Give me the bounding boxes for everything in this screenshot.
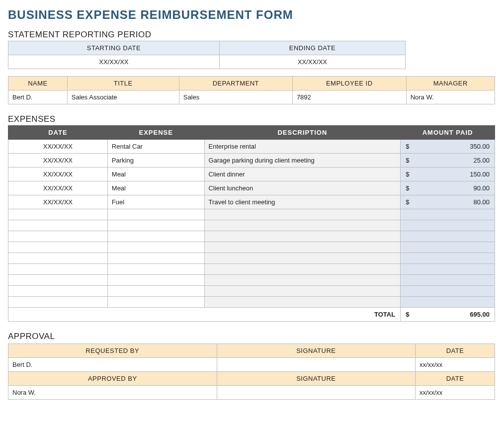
expense-name[interactable]: Meal	[107, 181, 204, 195]
expense-date[interactable]	[8, 253, 108, 264]
currency-symbol: $	[405, 198, 409, 206]
expense-date[interactable]: XX/XX/XX	[8, 168, 108, 181]
expense-amount-value: 90.00	[473, 184, 491, 192]
expense-name[interactable]	[107, 253, 204, 264]
expense-description[interactable]: Client luncheon	[204, 181, 401, 195]
expense-amount[interactable]	[401, 209, 495, 220]
expense-date[interactable]: XX/XX/XX	[8, 154, 108, 168]
expense-description[interactable]	[204, 264, 401, 275]
exp-date-header: DATE	[8, 126, 108, 140]
expense-description[interactable]	[204, 231, 401, 242]
expenses-heading: EXPENSES	[8, 114, 496, 124]
expense-date[interactable]	[8, 297, 108, 308]
approval-requested-signature-value[interactable]	[217, 358, 416, 372]
expense-name[interactable]: Rental Car	[107, 140, 204, 154]
expense-name[interactable]	[107, 220, 204, 231]
emp-name-value[interactable]: Bert D.	[8, 90, 68, 104]
exp-amount-header: AMOUNT PAID	[401, 126, 495, 140]
expense-row: XX/XX/XXMealClient dinner$150.00	[8, 168, 495, 181]
expense-description[interactable]: Travel to client meeting	[204, 195, 401, 209]
expense-name[interactable]: Fuel	[107, 195, 204, 209]
expense-amount[interactable]: $80.00	[401, 195, 495, 209]
approval-requested-by-value[interactable]: Bert D.	[8, 358, 217, 372]
expense-date[interactable]	[8, 264, 108, 275]
currency-symbol: $	[405, 157, 409, 164]
currency-symbol: $	[405, 171, 409, 178]
emp-manager-value[interactable]: Nora W.	[406, 90, 495, 104]
exp-expense-header: EXPENSE	[107, 126, 204, 140]
expense-date[interactable]	[8, 275, 108, 286]
expense-amount-value: 25.00	[473, 157, 491, 164]
currency-symbol: $	[405, 143, 409, 150]
currency-symbol: $	[405, 184, 409, 192]
currency-symbol: $	[405, 311, 409, 318]
expense-row	[8, 253, 495, 264]
expense-description[interactable]	[204, 253, 401, 264]
expenses-table: DATE EXPENSE DESCRIPTION AMOUNT PAID XX/…	[8, 125, 495, 322]
expense-amount[interactable]: $90.00	[401, 181, 495, 195]
expense-name[interactable]	[107, 209, 204, 220]
expense-description[interactable]: Enterprise rental	[204, 140, 401, 154]
approval-requested-by-header: REQUESTED BY	[8, 344, 217, 358]
expense-amount[interactable]	[401, 264, 495, 275]
approval-approved-signature-value[interactable]	[217, 386, 416, 400]
emp-id-header: EMPLOYEE ID	[292, 77, 406, 90]
expense-date[interactable]: XX/XX/XX	[8, 181, 108, 195]
expense-date[interactable]	[8, 242, 108, 253]
expense-amount[interactable]	[401, 220, 495, 231]
expense-amount[interactable]: $350.00	[401, 140, 495, 154]
approval-approved-by-value[interactable]: Nora W.	[8, 386, 217, 400]
period-start-header: STARTING DATE	[8, 41, 220, 55]
expense-name[interactable]	[107, 297, 204, 308]
emp-title-value[interactable]: Sales Associate	[67, 90, 179, 104]
expense-amount[interactable]	[401, 286, 495, 297]
period-heading: STATEMENT REPORTING PERIOD	[8, 30, 496, 40]
expense-name[interactable]	[107, 264, 204, 275]
expense-description[interactable]	[204, 242, 401, 253]
period-start-value[interactable]: XX/XX/XX	[8, 55, 220, 69]
expense-row	[8, 231, 495, 242]
expense-description[interactable]	[204, 297, 401, 308]
expense-name[interactable]: Parking	[107, 154, 204, 168]
approval-approved-by-header: APPROVED BY	[8, 372, 217, 386]
expense-date[interactable]	[8, 231, 108, 242]
expense-date[interactable]: XX/XX/XX	[8, 140, 108, 154]
expenses-total-amount: $ 695.00	[401, 308, 495, 322]
expense-description[interactable]	[204, 209, 401, 220]
expense-name[interactable]	[107, 286, 204, 297]
emp-department-value[interactable]: Sales	[179, 90, 292, 104]
expense-name[interactable]	[107, 231, 204, 242]
approval-requested-date-value[interactable]: xx/xx/xx	[416, 358, 495, 372]
expense-amount[interactable]	[401, 275, 495, 286]
expense-description[interactable]	[204, 220, 401, 231]
expense-description[interactable]	[204, 275, 401, 286]
expense-amount[interactable]	[401, 231, 495, 242]
expense-amount[interactable]: $150.00	[401, 168, 495, 181]
expense-row: XX/XX/XXFuelTravel to client meeting$80.…	[8, 195, 495, 209]
expense-amount[interactable]: $25.00	[401, 154, 495, 168]
expense-description[interactable]: Client dinner	[204, 168, 401, 181]
expense-name[interactable]	[107, 275, 204, 286]
expense-amount[interactable]	[401, 242, 495, 253]
emp-id-value[interactable]: 7892	[292, 90, 406, 104]
expense-date[interactable]	[8, 220, 108, 231]
expenses-total-label: TOTAL	[8, 308, 401, 322]
emp-manager-header: MANAGER	[406, 77, 495, 90]
expense-date[interactable]: XX/XX/XX	[8, 195, 108, 209]
approval-table: REQUESTED BY SIGNATURE DATE Bert D. xx/x…	[8, 343, 495, 400]
approval-approved-date-value[interactable]: xx/xx/xx	[416, 386, 495, 400]
expense-date[interactable]	[8, 209, 108, 220]
expense-description[interactable]: Garage parking during client meeting	[204, 154, 401, 168]
period-end-value[interactable]: XX/XX/XX	[219, 55, 405, 69]
expense-amount[interactable]	[401, 253, 495, 264]
expense-amount[interactable]	[401, 297, 495, 308]
period-table: STARTING DATE ENDING DATE XX/XX/XX XX/XX…	[8, 41, 406, 69]
expense-date[interactable]	[8, 286, 108, 297]
expense-description[interactable]	[204, 286, 401, 297]
expense-row: XX/XX/XXParkingGarage parking during cli…	[8, 154, 495, 168]
expense-name[interactable]	[107, 242, 204, 253]
expense-name[interactable]: Meal	[107, 168, 204, 181]
approval-date-header-2: DATE	[416, 372, 495, 386]
expense-row	[8, 297, 495, 308]
approval-date-header: DATE	[416, 344, 495, 358]
